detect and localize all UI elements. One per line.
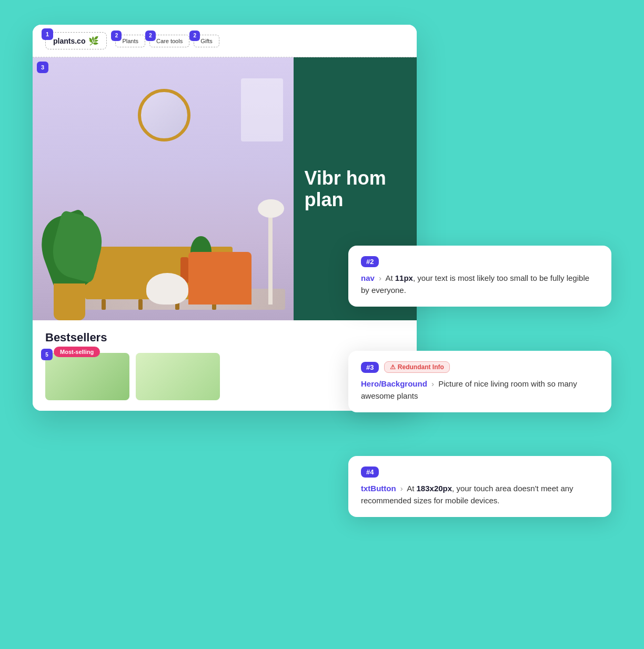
white-pouf [146,273,188,305]
mirror [138,89,190,141]
annotation-header-3: #3 ⚠ Redundant Info [361,361,599,373]
annotation-num-3: #3 [361,362,379,373]
nav-badge-plants: 2 [111,31,122,41]
hero-badge: 3 [37,62,48,73]
annotation-element-4: txtButton [361,484,396,493]
annotation-card-4: #4 txtButton › At 183x20px, your touch a… [348,456,611,517]
annotation-value-4: 183x20px [417,484,452,493]
product-card-2 [136,353,220,400]
scene: 1 plants.co 🌿 2 Plants 2 Care tools 2 Gi… [33,25,611,624]
chevron-icon-3: › [431,379,434,388]
product-image-2 [136,353,220,400]
annotation-text-prefix-2: At [385,273,395,282]
chevron-icon-2: › [379,273,381,282]
annotation-header-4: #4 [361,467,599,478]
window [241,78,283,141]
annotation-card-2: #2 nav › At 11px, your text is most like… [348,246,611,307]
most-selling-badge: Most-selling [54,347,100,357]
hero-image [33,57,294,320]
annotation-text-prefix-4: At [407,484,416,493]
room-background [33,57,294,320]
annotation-value-2: 11px [395,273,413,282]
annotation-body-3: Hero/Background › Picture of nice living… [361,378,599,402]
leaf-icon: 🌿 [88,36,99,46]
logo-text: plants.co [53,37,85,45]
logo-badge: 1 [42,28,53,40]
leg [138,299,143,310]
annotation-element-3: Hero/Background [361,379,427,388]
annotation-header-2: #2 [361,256,599,267]
annotation-card-3: #3 ⚠ Redundant Info Hero/Background › Pi… [348,351,611,412]
nav-bar: 1 plants.co 🌿 2 Plants 2 Care tools 2 Gi… [33,25,417,57]
annotation-num-4: #4 [361,467,379,478]
logo-area: 1 plants.co 🌿 [45,32,107,49]
hero-title: Vibr hom plan [304,167,406,211]
annotation-body-2: nav › At 11px, your text is most likely … [361,272,599,296]
nav-badge-gifts: 2 [189,31,200,41]
big-plant [38,173,101,320]
annotation-body-4: txtButton › At 183x20px, your touch area… [361,483,599,506]
annotation-element-2: nav [361,273,375,282]
annotation-tag-3: ⚠ Redundant Info [384,361,449,373]
nav-links: 2 Plants 2 Care tools 2 Gifts [115,35,219,47]
chevron-icon-4: › [400,484,403,493]
product-image [45,353,129,400]
floor-lamp [268,199,273,305]
annotation-num-2: #2 [361,256,379,267]
nav-item-plants-wrap: 2 Plants [115,35,145,47]
product-badge-num: 5 [41,349,53,360]
nav-badge-caretools: 2 [145,31,156,41]
nav-item-caretools-wrap: 2 Care tools [149,35,189,47]
lamp-shade [258,199,284,218]
plant-pot [54,283,85,320]
nav-item-gifts-wrap: 2 Gifts [194,35,219,47]
product-card-1: 5 Most-selling [45,353,129,400]
leg [102,299,106,310]
bestsellers-title: Bestsellers [45,331,404,344]
orange-chair [188,252,251,305]
